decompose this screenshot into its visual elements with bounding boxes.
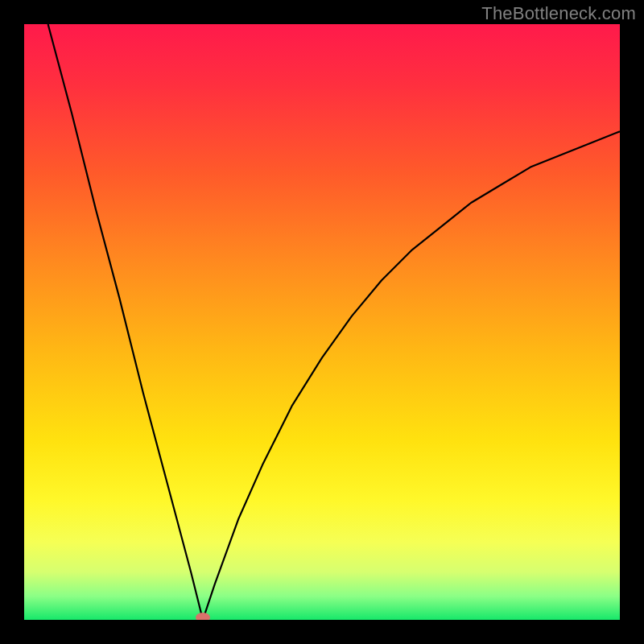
chart-frame: TheBottleneck.com [0,0,644,644]
plot-area [24,24,620,620]
watermark-text: TheBottleneck.com [481,3,636,24]
gradient-background [24,24,620,620]
chart-svg [24,24,620,620]
